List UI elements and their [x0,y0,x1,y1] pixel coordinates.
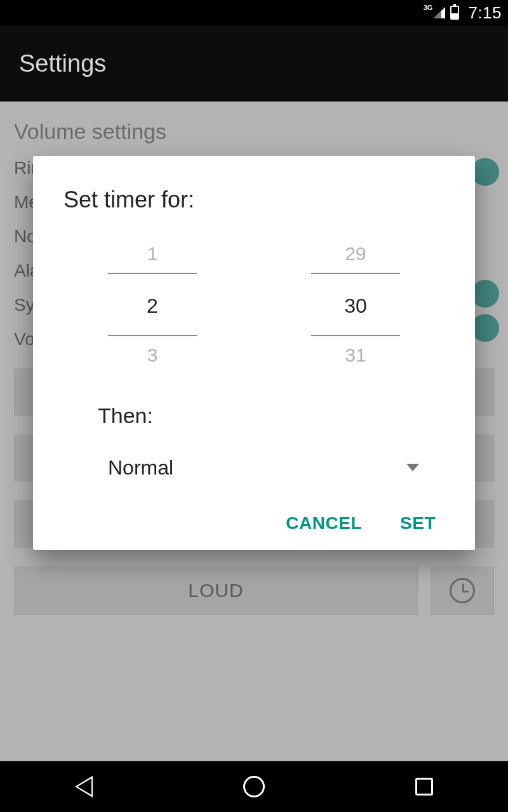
chevron-down-icon [406,464,419,471]
profile-dropdown[interactable]: Normal [108,450,419,485]
home-icon[interactable] [243,776,265,797]
cancel-button[interactable]: CANCEL [286,513,362,534]
hour-prev: 1 [89,235,216,273]
dropdown-value: Normal [108,456,173,480]
back-icon[interactable] [75,776,93,797]
hour-next: 3 [89,336,216,374]
set-button[interactable]: SET [400,513,436,534]
minute-picker[interactable]: 29 30 31 [292,235,419,374]
signal-icon [434,7,445,18]
minute-next: 31 [292,336,419,374]
minute-value: 30 [311,273,400,336]
dialog-title: Set timer for: [64,187,444,213]
battery-icon [450,6,459,20]
recents-icon[interactable] [415,778,433,796]
network-3g-label: 3G [424,4,433,11]
status-clock: 7:15 [468,3,502,23]
hour-picker[interactable]: 1 2 3 [89,235,216,374]
page-title: Settings [19,50,106,77]
nav-bar [0,761,508,812]
timer-dialog: Set timer for: 1 2 3 29 30 31 Then: Norm… [33,156,475,550]
hour-value: 2 [108,273,197,336]
status-bar: 3G 7:15 [0,0,508,25]
minute-prev: 29 [292,235,419,273]
app-bar: Settings [0,25,508,102]
then-label: Then: [98,403,444,428]
